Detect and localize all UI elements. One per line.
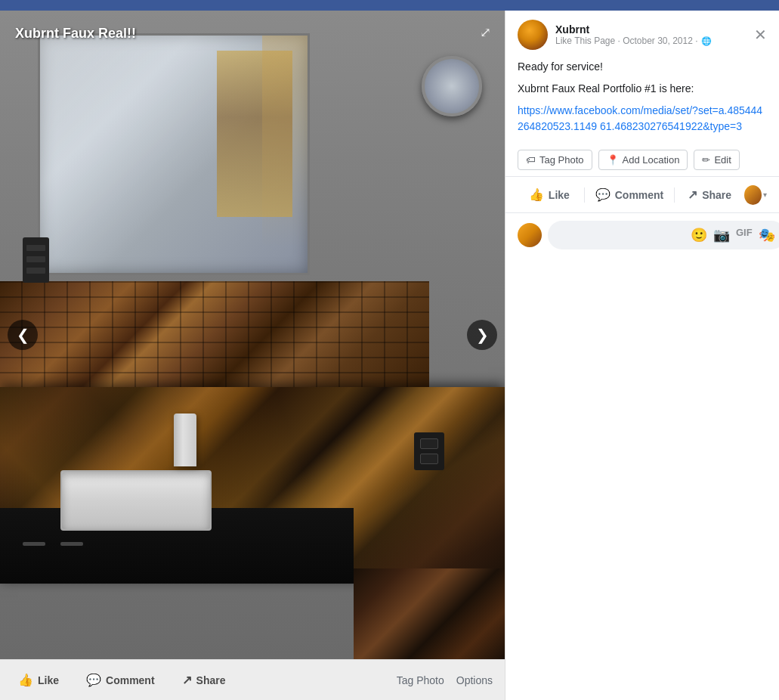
outlet: [414, 432, 444, 470]
sticker-icon[interactable]: 🎭: [759, 227, 775, 243]
emoji-icon[interactable]: 🙂: [691, 227, 707, 243]
user-avatar-small: [744, 185, 762, 205]
location-icon: 📍: [607, 154, 619, 166]
post-body: Ready for service! Xubrnt Faux Real Port…: [505, 59, 779, 144]
comment-icons: 🙂 📷 GIF 🎭: [691, 227, 775, 243]
comment-user-avatar: [518, 223, 542, 247]
backsplash: [0, 281, 429, 387]
main-content: Xubrnt Faux Real!! ⤢: [0, 11, 779, 700]
share-icon: ↗: [182, 673, 192, 687]
sink: [60, 470, 212, 531]
nav-arrow-left[interactable]: ❮: [8, 320, 38, 350]
comment-box: 🙂 📷 GIF 🎭: [505, 213, 779, 257]
post-text-line1: Ready for service!: [518, 59, 767, 75]
page-name[interactable]: Xubrnt: [555, 23, 747, 36]
options-link[interactable]: Options: [456, 674, 493, 686]
page-info: Xubrnt Like This Page · October 30, 2012…: [555, 23, 747, 46]
faucet: [174, 413, 196, 466]
reaction-buttons-row: 👍 Like 💬 Comment ↗ Share ▾: [505, 177, 779, 213]
separator-2: [674, 187, 675, 203]
separator: [584, 187, 585, 203]
tag-icon: 🏷: [526, 154, 536, 166]
photo-comment-button[interactable]: 💬 Comment: [80, 668, 161, 692]
comment-react-icon: 💬: [595, 187, 611, 202]
comment-icon: 💬: [86, 673, 101, 687]
comment-input-wrapper: 🙂 📷 GIF 🎭: [548, 221, 779, 249]
comment-input[interactable]: [558, 229, 691, 241]
nav-arrow-right[interactable]: ❯: [467, 320, 497, 350]
tag-photo-link[interactable]: Tag Photo: [397, 674, 444, 686]
right-panel: Xubrnt Like This Page · October 30, 2012…: [505, 11, 779, 700]
photo-bottom-bar: 👍 Like 💬 Comment ↗ Share Tag Photo Optio…: [0, 659, 505, 700]
thumb-up-icon: 👍: [18, 673, 33, 687]
top-nav-bar: [0, 0, 779, 11]
share-dropdown-button[interactable]: ▾: [744, 185, 767, 205]
photo-like-button[interactable]: 👍 Like: [12, 668, 65, 692]
mirror-round: [422, 56, 482, 116]
mirror-main: [38, 33, 310, 275]
light-switch: [23, 237, 49, 283]
post-description: Xubrnt Faux Real Portfolio #1 is here:: [518, 81, 767, 97]
camera-icon[interactable]: 📷: [713, 227, 730, 243]
add-location-button[interactable]: 📍 Add Location: [598, 150, 688, 170]
more-options-button[interactable]: ✕: [754, 26, 767, 44]
edit-button[interactable]: ✏ Edit: [694, 150, 739, 170]
dropdown-chevron: ▾: [763, 190, 767, 199]
page-meta: Like This Page · October 30, 2012 · 🌐: [555, 36, 747, 46]
tag-photo-button[interactable]: 🏷 Tag Photo: [518, 150, 592, 170]
comment-react-button[interactable]: 💬 Comment: [588, 183, 672, 206]
like-react-button[interactable]: 👍 Like: [518, 183, 581, 206]
photo-bottom-right: Tag Photo Options: [397, 674, 493, 686]
globe-icon: 🌐: [701, 36, 712, 46]
like-react-icon: 👍: [529, 187, 544, 202]
expand-icon[interactable]: ⤢: [480, 24, 491, 41]
avatar: [518, 20, 548, 50]
share-react-button[interactable]: ↗ Share: [678, 183, 741, 206]
edit-icon: ✏: [702, 154, 710, 166]
gif-icon[interactable]: GIF: [736, 227, 753, 243]
post-header: Xubrnt Like This Page · October 30, 2012…: [505, 11, 779, 59]
action-buttons-row: 🏷 Tag Photo 📍 Add Location ✏ Edit: [505, 144, 779, 177]
photo-share-button[interactable]: ↗ Share: [176, 668, 232, 692]
bathroom-photo: ❮ ❯: [0, 11, 505, 659]
post-link[interactable]: https://www.facebook.com/media/set/?set=…: [518, 104, 762, 132]
photo-area: Xubrnt Faux Real!! ⤢: [0, 11, 505, 700]
photo-title: Xubrnt Faux Real!!: [15, 26, 136, 42]
share-react-icon: ↗: [688, 187, 697, 202]
